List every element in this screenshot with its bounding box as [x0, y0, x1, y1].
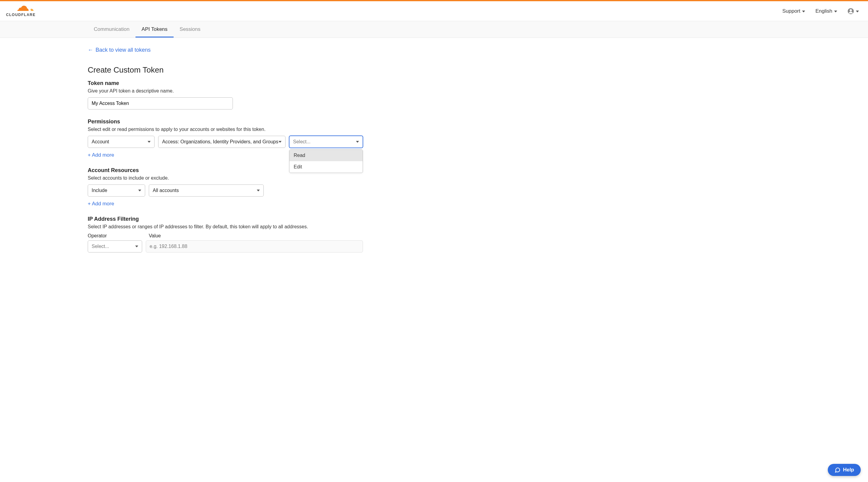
option-label: Edit	[294, 164, 302, 169]
permissions-add-more[interactable]: + Add more	[88, 152, 114, 158]
ip-value-input[interactable]	[146, 240, 363, 253]
account-accounts-select[interactable]: All accounts	[149, 185, 264, 197]
svg-text:CLOUDFLARE: CLOUDFLARE	[6, 12, 36, 17]
back-link-label: Back to view all tokens	[96, 47, 151, 53]
support-label: Support	[782, 8, 801, 14]
permissions-resource-select[interactable]: Access: Organizations, Identity Provider…	[158, 136, 285, 148]
ip-filter-labels: Operator Value	[88, 233, 363, 238]
chevron-down-icon	[856, 10, 859, 12]
language-label: English	[815, 8, 832, 14]
ip-filter-desc: Select IP addresses or ranges of IP addr…	[88, 224, 363, 229]
chevron-down-icon	[138, 190, 141, 191]
account-mode-select[interactable]: Include	[88, 185, 145, 197]
tab-label: Communication	[94, 26, 129, 32]
select-value: All accounts	[153, 188, 179, 193]
ip-operator-select[interactable]: Select...	[88, 240, 142, 253]
token-name-heading: Token name	[88, 80, 363, 87]
account-menu[interactable]	[847, 8, 859, 14]
account-add-more[interactable]: + Add more	[88, 201, 114, 207]
chevron-down-icon	[257, 190, 260, 191]
permissions-option-read[interactable]: Read	[289, 150, 363, 161]
permissions-level-dropdown: Read Edit	[289, 149, 363, 173]
chevron-down-icon	[135, 246, 138, 247]
tabbar: Communication API Tokens Sessions	[0, 21, 868, 38]
ip-filter-heading: IP Address Filtering	[88, 216, 363, 222]
permissions-row: Account Access: Organizations, Identity …	[88, 136, 363, 148]
add-more-label: + Add more	[88, 201, 114, 207]
add-more-label: + Add more	[88, 152, 114, 158]
value-column-label: Value	[149, 233, 161, 238]
support-menu[interactable]: Support	[782, 8, 805, 14]
permissions-heading: Permissions	[88, 119, 363, 125]
header: CLOUDFLARE Support English	[0, 1, 868, 21]
page-title: Create Custom Token	[88, 65, 363, 75]
permissions-scope-select[interactable]: Account	[88, 136, 155, 148]
tab-label: API Tokens	[142, 26, 167, 32]
operator-column-label: Operator	[88, 233, 145, 238]
chevron-down-icon	[356, 141, 359, 143]
tab-sessions[interactable]: Sessions	[174, 21, 207, 37]
select-value: Include	[92, 188, 107, 193]
token-name-desc: Give your API token a descriptive name.	[88, 88, 363, 94]
token-name-input[interactable]	[88, 97, 233, 109]
user-avatar-icon	[847, 8, 854, 14]
tab-label: Sessions	[180, 26, 200, 32]
permissions-desc: Select edit or read permissions to apply…	[88, 127, 363, 132]
back-link[interactable]: ← Back to view all tokens	[88, 47, 151, 53]
select-value: Account	[92, 139, 109, 144]
permissions-option-edit[interactable]: Edit	[289, 161, 363, 173]
arrow-left-icon: ←	[88, 47, 93, 53]
chevron-down-icon	[279, 141, 282, 143]
cloudflare-logo-icon: CLOUDFLARE	[6, 5, 45, 17]
select-value: Access: Organizations, Identity Provider…	[162, 139, 278, 144]
chevron-down-icon	[802, 10, 805, 12]
account-resources-desc: Select accounts to include or exclude.	[88, 175, 363, 181]
chevron-down-icon	[148, 141, 151, 143]
select-placeholder: Select...	[293, 139, 311, 144]
option-label: Read	[294, 153, 305, 158]
account-resources-row: Include All accounts	[88, 185, 363, 197]
permissions-level-wrap: Select... Read Edit	[289, 136, 363, 148]
ip-filter-row: Select...	[88, 240, 363, 253]
svg-point-2	[849, 9, 852, 11]
language-menu[interactable]: English	[815, 8, 837, 14]
chevron-down-icon	[834, 10, 837, 12]
cloudflare-logo[interactable]: CLOUDFLARE	[6, 5, 45, 17]
tab-api-tokens[interactable]: API Tokens	[135, 21, 174, 37]
header-right: Support English	[782, 8, 859, 14]
main-content: ← Back to view all tokens Create Custom …	[0, 38, 363, 265]
permissions-level-select[interactable]: Select...	[289, 136, 363, 148]
tab-communication[interactable]: Communication	[88, 21, 135, 37]
select-placeholder: Select...	[92, 244, 109, 249]
